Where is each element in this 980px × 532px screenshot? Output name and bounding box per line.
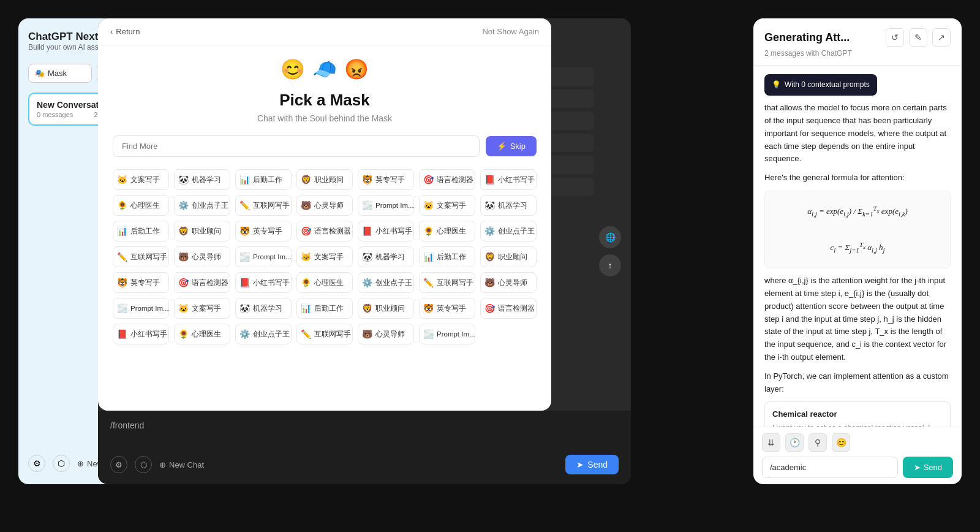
mask-item-38[interactable]: 📊后勤工作	[296, 298, 353, 319]
mask-emoji-40: 🐯	[423, 303, 434, 313]
mask-item-3[interactable]: 🦁职业顾问	[296, 169, 353, 190]
mask-item-16[interactable]: 🐯英专写手	[235, 221, 292, 241]
right-title-row: Generating Att... ↺ ✎ ↗	[764, 28, 951, 47]
mask-emoji-20: ⚙️	[484, 226, 495, 236]
mask-item-41[interactable]: 🎯语言检测器	[480, 298, 537, 319]
search-icon-btn[interactable]: ⚲	[809, 433, 827, 452]
mask-item-1[interactable]: 🐼机器学习	[174, 169, 230, 190]
mask-item-20[interactable]: ⚙️创业点子王	[480, 221, 537, 241]
mask-item-13[interactable]: 🐼机器学习	[480, 195, 537, 216]
settings-chat-icon[interactable]: ⚙	[110, 456, 127, 473]
mask-item-26[interactable]: 📊后勤工作	[419, 246, 475, 267]
mask-item-46[interactable]: 🐻心灵导师	[358, 324, 414, 344]
mask-item-33[interactable]: ✏️互联网写手	[419, 272, 475, 293]
collapse-icon-btn[interactable]: ⇊	[762, 433, 780, 452]
mask-item-8[interactable]: ⚙️创业点子王	[174, 195, 230, 216]
mask-item-22[interactable]: 🐻心灵导师	[174, 246, 230, 267]
mask-item-44[interactable]: ⚙️创业点子王	[235, 324, 292, 344]
mask-item-17[interactable]: 🎯语言检测器	[296, 221, 353, 241]
suggestion-chemical[interactable]: Chemical reactor I want you to act as a …	[764, 401, 951, 427]
clock-icon-btn[interactable]: 🕐	[785, 433, 804, 452]
modal-back-button[interactable]: ‹ Return	[110, 27, 140, 36]
mask-emoji-1: 🐼	[178, 175, 189, 184]
mask-label-1: 机器学习	[192, 175, 221, 184]
mask-item-25[interactable]: 🐼机器学习	[358, 246, 414, 267]
mask-emoji-22: 🐻	[178, 252, 189, 262]
mask-item-12[interactable]: 🐱文案写手	[419, 195, 475, 216]
mask-item-42[interactable]: 📕小红书写手	[113, 324, 169, 344]
right-footer-icons: ⇊ 🕐 ⚲ 😊	[762, 433, 953, 452]
right-chat-input[interactable]	[762, 457, 898, 478]
mask-item-9[interactable]: ✏️互联网写手	[235, 195, 292, 216]
skip-button[interactable]: ⚡ Skip	[486, 136, 537, 156]
mask-item-6[interactable]: 📕小红书写手	[480, 169, 537, 190]
mask-item-11[interactable]: 🌫️Prompt Im...	[358, 195, 414, 216]
emoji-icon-btn[interactable]: 😊	[832, 433, 850, 452]
modal-title: Pick a Mask	[113, 91, 537, 110]
mask-label-46: 心灵导师	[375, 330, 405, 339]
mask-item-31[interactable]: 🌻心理医生	[296, 272, 353, 293]
mask-item-43[interactable]: 🌻心理医生	[174, 324, 230, 344]
mask-item-47[interactable]: 🌫️Prompt Im...	[419, 324, 475, 344]
mask-item-23[interactable]: 🌫️Prompt Im...	[235, 246, 292, 267]
mask-emoji-37: 🐼	[239, 303, 250, 313]
mask-item-19[interactable]: 🌻心理医生	[419, 221, 475, 241]
tooltip-text: With 0 contextual prompts	[785, 79, 870, 91]
mask-item-40[interactable]: 🐯英专写手	[419, 298, 475, 319]
mask-item-18[interactable]: 📕小红书写手	[358, 221, 414, 241]
mask-item-29[interactable]: 🎯语言检测器	[174, 272, 230, 293]
undo-button[interactable]: ↺	[886, 28, 904, 47]
mask-label-9: 互联网写手	[253, 201, 290, 210]
mask-emoji-5: 🎯	[423, 175, 434, 184]
mask-item-27[interactable]: 🦁职业顾问	[480, 246, 537, 267]
right-title: Generating Att...	[764, 31, 850, 44]
right-header-icons: ↺ ✎ ↗	[886, 28, 951, 47]
mask-item-2[interactable]: 📊后勤工作	[235, 169, 292, 190]
github-chat-icon[interactable]: ⬡	[135, 456, 152, 473]
mask-grid: 🐱文案写手🐼机器学习📊后勤工作🦁职业顾问🐯英专写手🎯语言检测器📕小红书写手🌻心理…	[113, 169, 537, 344]
mask-label-18: 小红书写手	[375, 227, 412, 236]
edit-button[interactable]: ✎	[909, 28, 927, 47]
mask-item-37[interactable]: 🐼机器学习	[235, 298, 292, 319]
globe-icon[interactable]: 🌐	[599, 226, 621, 248]
github-icon-btn[interactable]: ⬡	[53, 455, 70, 472]
mask-label-10: 心灵导师	[314, 201, 344, 210]
not-show-again-button[interactable]: Not Show Again	[482, 27, 539, 36]
mask-item-30[interactable]: 📕小红书写手	[235, 272, 292, 293]
new-chat-dark-btn[interactable]: ⊕ New Chat	[159, 460, 204, 469]
mask-item-0[interactable]: 🐱文案写手	[113, 169, 169, 190]
mask-modal: ‹ Return Not Show Again 😊 🧢 😡 Pick a Mas…	[98, 18, 551, 411]
mask-emoji-46: 🐻	[362, 329, 372, 339]
share-button[interactable]: ↗	[932, 28, 951, 47]
upload-icon[interactable]: ↑	[599, 254, 621, 276]
send-button[interactable]: ➤ Send	[565, 455, 619, 474]
mask-label-40: 英专写手	[437, 304, 466, 313]
chat-input[interactable]	[110, 420, 619, 430]
mask-item-28[interactable]: 🐯英专写手	[113, 272, 169, 293]
mask-item-32[interactable]: ⚙️创业点子王	[358, 272, 414, 293]
mask-item-14[interactable]: 📊后勤工作	[113, 221, 169, 241]
right-send-button[interactable]: ➤ Send	[903, 457, 953, 478]
mask-item-4[interactable]: 🐯英专写手	[358, 169, 414, 190]
mask-button[interactable]: 🎭 Mask	[28, 64, 92, 83]
mask-item-21[interactable]: ✏️互联网写手	[113, 246, 169, 267]
mask-item-10[interactable]: 🐻心灵导师	[296, 195, 353, 216]
mask-item-39[interactable]: 🦁职业顾问	[358, 298, 414, 319]
mask-label-8: 创业点子王	[192, 201, 228, 210]
mask-search-input[interactable]	[113, 135, 480, 157]
mask-label-28: 英专写手	[130, 278, 160, 287]
mask-item-15[interactable]: 🦁职业顾问	[174, 221, 230, 241]
mask-emoji-47: 🌫️	[423, 329, 434, 339]
mask-item-24[interactable]: 🐱文案写手	[296, 246, 353, 267]
mask-item-34[interactable]: 🐻心灵导师	[480, 272, 537, 293]
mask-item-35[interactable]: 🌫️Prompt Im...	[113, 298, 169, 319]
mask-item-5[interactable]: 🎯语言检测器	[419, 169, 475, 190]
right-header: Generating Att... ↺ ✎ ↗ 2 messages with …	[753, 18, 962, 66]
mask-item-7[interactable]: 🌻心理医生	[113, 195, 169, 216]
mask-label-43: 心理医生	[192, 330, 221, 339]
mask-emoji-8: ⚙️	[178, 200, 189, 210]
mask-item-45[interactable]: ✏️互联网写手	[296, 324, 353, 344]
right-send-icon: ➤	[914, 463, 921, 472]
settings-icon-btn[interactable]: ⚙	[28, 455, 45, 472]
mask-item-36[interactable]: 🐱文案写手	[174, 298, 230, 319]
